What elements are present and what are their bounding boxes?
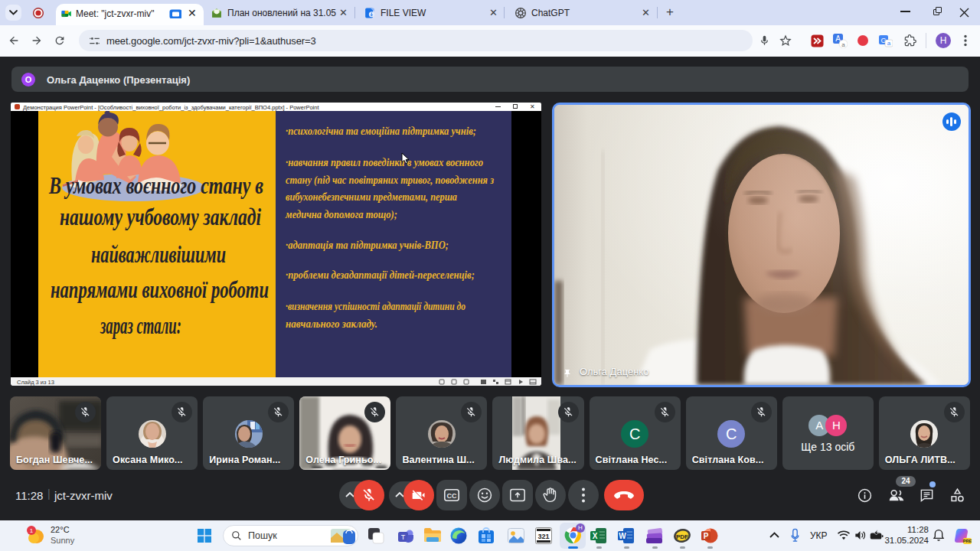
- svg-text:1: 1: [30, 527, 34, 534]
- svg-text:W: W: [619, 532, 626, 540]
- svg-text:·психологічна та емоційна підт: ·психологічна та емоційна підтримка учні…: [286, 125, 476, 137]
- svg-text:зараз стали:: зараз стали:: [100, 312, 181, 339]
- svg-text:·проблеми дезадаптації дітей-п: ·проблеми дезадаптації дітей-переселенці…: [286, 269, 475, 281]
- svg-text:P: P: [704, 532, 709, 540]
- svg-text:стану (під час повітряних трив: стану (під час повітряних тривог, поводж…: [286, 174, 494, 187]
- svg-text:CC: CC: [447, 492, 457, 500]
- svg-text:PRE: PRE: [963, 539, 972, 543]
- svg-text:В умовах воєнного стану в: В умовах воєнного стану в: [48, 172, 263, 199]
- svg-text:T: T: [401, 533, 406, 541]
- svg-text:медична допомога тощо);: медична допомога тощо);: [285, 208, 397, 221]
- svg-text:вибухонебезпечними предметами,: вибухонебезпечними предметами, перша: [286, 191, 457, 203]
- svg-text:PDF: PDF: [676, 533, 688, 540]
- svg-text:нашому учбовому закладі: нашому учбовому закладі: [60, 204, 261, 230]
- svg-text:навчального закладу.: навчального закладу.: [286, 318, 377, 330]
- svg-text:a: a: [887, 40, 891, 47]
- svg-text:X: X: [593, 532, 598, 540]
- svg-text:·адаптація та підтримка учнів-: ·адаптація та підтримка учнів-ВПО;: [286, 239, 449, 251]
- svg-text:a: a: [841, 41, 845, 48]
- svg-text:напрямами виховної роботи: напрямами виховної роботи: [51, 276, 269, 303]
- svg-text:321: 321: [537, 533, 549, 540]
- svg-text:·навчання правил поведінки в у: ·навчання правил поведінки в умовах воєн…: [286, 156, 483, 168]
- svg-text:·визначення успішності адаптац: ·визначення успішності адаптації дитини …: [286, 300, 466, 312]
- svg-text:найважливішими: найважливішими: [91, 241, 226, 268]
